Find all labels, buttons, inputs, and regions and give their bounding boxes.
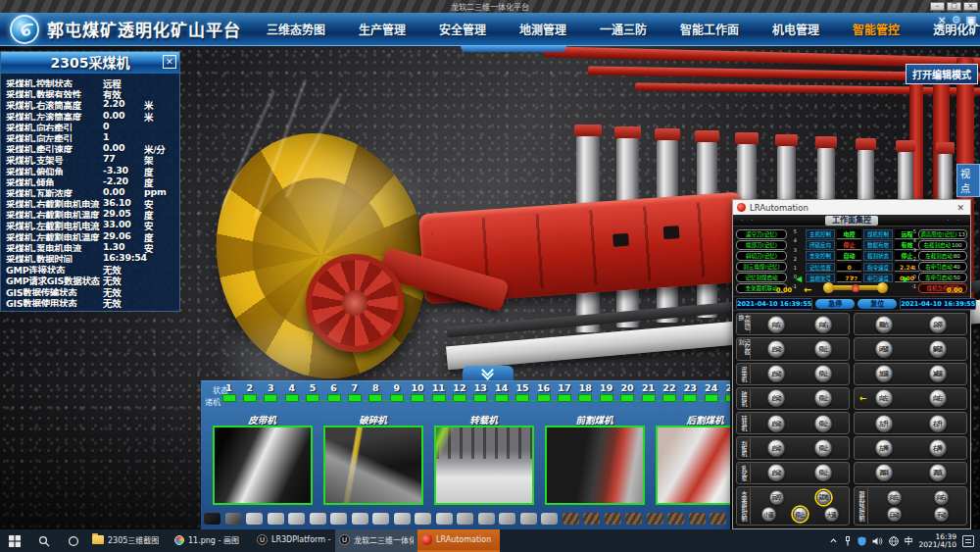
round-button[interactable]: 停止: [814, 464, 832, 481]
round-button[interactable]: 加速: [875, 365, 893, 382]
lra-close-icon[interactable]: ✕: [955, 203, 966, 213]
film-thumb[interactable]: [268, 513, 284, 525]
mode-button-right-1[interactable]: 调高限位(记忆)13: [918, 229, 967, 239]
film-thumb[interactable]: [541, 513, 558, 525]
round-button[interactable]: 停止: [814, 340, 832, 358]
round-button[interactable]: 左降: [875, 439, 893, 457]
camera-thumbnail-5[interactable]: [656, 426, 730, 505]
round-button[interactable]: 向右: [934, 490, 949, 505]
round-button[interactable]: 停止: [814, 415, 832, 432]
channel-status-indicator[interactable]: [642, 394, 656, 402]
film-thumb[interactable]: [225, 513, 242, 525]
film-thumb[interactable]: [710, 513, 726, 525]
round-button[interactable]: 停止: [814, 439, 832, 457]
round-button[interactable]: 调直: [929, 464, 947, 481]
notification-center-icon[interactable]: [962, 535, 974, 547]
open-edit-mode-button[interactable]: 打开编辑模式: [906, 64, 978, 84]
round-button[interactable]: 就地: [816, 490, 831, 505]
camera-thumbnail-2[interactable]: [323, 426, 423, 505]
channel-status-indicator[interactable]: [285, 394, 299, 402]
channel-status-indicator[interactable]: [620, 394, 634, 402]
mode-button-right-4[interactable]: 右牵引启动40: [918, 262, 967, 272]
round-button[interactable]: 启动: [767, 389, 785, 407]
round-button[interactable]: 左升: [875, 415, 893, 432]
round-button[interactable]: 右升: [929, 415, 947, 432]
nav-item-4[interactable]: 地测管理: [519, 21, 566, 37]
taskbar-app-1[interactable]: 2305三维截图: [88, 529, 171, 552]
mode-button-left-3[interactable]: 斜切刀(记忆): [736, 251, 787, 261]
channel-status-indicator[interactable]: [537, 394, 551, 402]
camera-thumbnail-1[interactable]: [213, 426, 313, 505]
channel-status-indicator[interactable]: [453, 394, 466, 402]
film-thumb[interactable]: [394, 513, 411, 525]
mode-button-left-2[interactable]: 端部刀(记忆): [736, 240, 787, 250]
shearer-panel-close-icon[interactable]: ✕: [163, 55, 176, 69]
round-button[interactable]: 停止: [814, 389, 832, 407]
round-button[interactable]: 向左: [875, 389, 893, 407]
round-button[interactable]: 小速: [761, 507, 776, 522]
search-icon[interactable]: [29, 529, 59, 552]
round-button[interactable]: 远控: [769, 490, 784, 505]
minimize-button[interactable]: –: [930, 2, 945, 11]
film-thumb[interactable]: [204, 513, 220, 525]
viewpoint-tab[interactable]: 视点: [956, 164, 980, 197]
channel-status-indicator[interactable]: [222, 394, 236, 402]
volume-icon[interactable]: [872, 536, 883, 546]
round-button[interactable]: 调斜: [875, 464, 893, 481]
defender-shield-icon[interactable]: [858, 536, 866, 546]
film-thumb[interactable]: [330, 513, 347, 525]
nav-item-5[interactable]: 一通三防: [600, 21, 647, 37]
film-thumb[interactable]: [583, 513, 600, 525]
mode-button-left-5[interactable]: 记忆割煤启动: [736, 273, 787, 282]
camera-thumbnail-3[interactable]: [434, 426, 534, 505]
film-thumb[interactable]: [478, 513, 495, 525]
film-thumb[interactable]: [647, 513, 663, 525]
film-thumb[interactable]: [310, 513, 326, 525]
nav-item-8[interactable]: 智能管控: [853, 21, 900, 37]
channel-status-indicator[interactable]: [683, 394, 697, 402]
film-thumb[interactable]: [246, 513, 263, 525]
maximize-button[interactable]: □: [947, 2, 961, 11]
channel-status-indicator[interactable]: [264, 394, 277, 402]
round-button[interactable]: 启动: [767, 439, 785, 457]
film-thumb[interactable]: [520, 513, 537, 525]
channel-status-indicator[interactable]: [368, 394, 382, 402]
channel-status-indicator[interactable]: [348, 394, 362, 402]
emergency-stop-button[interactable]: 急停: [815, 299, 855, 309]
restore-window-icon[interactable]: ▣: [966, 15, 976, 26]
tool-close-icon[interactable]: ×: [938, 15, 947, 26]
channel-status-indicator[interactable]: [473, 394, 487, 402]
channel-status-indicator[interactable]: [515, 394, 529, 402]
reset-button[interactable]: 复位: [858, 299, 897, 309]
mode-button-right-5[interactable]: 左牵引启动50: [918, 273, 967, 282]
round-button[interactable]: 右降: [929, 439, 947, 457]
film-thumb[interactable]: [563, 513, 579, 525]
gear-icon[interactable]: ⚙: [952, 15, 961, 26]
round-button[interactable]: 解锁: [929, 340, 947, 358]
taskbar-app-4[interactable]: U龙软二三维一体化...: [335, 529, 417, 552]
channel-status-indicator[interactable]: [495, 394, 509, 402]
film-thumb[interactable]: [605, 513, 621, 525]
round-button[interactable]: 自动: [887, 507, 902, 522]
taskbar-app-2[interactable]: 11.png - 画图: [171, 529, 253, 552]
mode-button-right-3[interactable]: 左截割启动80: [918, 251, 967, 261]
film-thumb[interactable]: [667, 513, 684, 525]
top-collapsed-tab[interactable]: [461, 45, 566, 52]
film-thumb[interactable]: [625, 513, 642, 525]
channel-status-indicator[interactable]: [411, 394, 424, 402]
mode-button-left-4[interactable]: 割三角煤(记忆): [736, 262, 787, 272]
film-thumb[interactable]: [436, 513, 453, 525]
clock[interactable]: 16:39 2021/4/10: [919, 533, 956, 549]
start-button[interactable]: [0, 529, 29, 552]
nav-item-1[interactable]: 三维态势图: [267, 21, 325, 37]
usb-icon[interactable]: [844, 536, 852, 546]
channel-status-indicator[interactable]: [390, 394, 404, 402]
film-thumb[interactable]: [499, 513, 515, 525]
round-button[interactable]: 顺启: [875, 316, 893, 333]
nav-item-6[interactable]: 智能工作面: [680, 21, 739, 37]
film-thumb[interactable]: [372, 513, 389, 525]
nav-item-2[interactable]: 生产管理: [359, 21, 406, 37]
mode-button-right-2[interactable]: 右截割启动100: [918, 240, 967, 250]
cortana-icon[interactable]: [59, 529, 88, 552]
round-button[interactable]: 向左: [887, 490, 902, 505]
